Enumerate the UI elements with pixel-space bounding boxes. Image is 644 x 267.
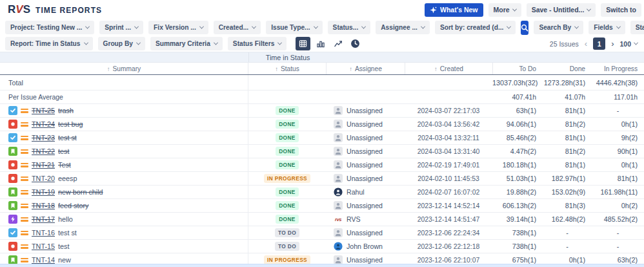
status-cell: DONE	[248, 133, 326, 142]
line-chart-view-button[interactable]	[330, 37, 345, 50]
assignee-cell: Unassigned	[326, 228, 405, 237]
created-cell: 2023-12-06 22:10:07	[405, 257, 492, 264]
sort-asc-icon: ↑	[275, 65, 278, 72]
bar-chart-view-button[interactable]	[313, 37, 328, 50]
save-button[interactable]: Save - Untitled...	[527, 3, 596, 17]
status-badge: DONE	[276, 133, 299, 142]
more-button[interactable]: More	[488, 3, 521, 17]
issue-key-link[interactable]: TNT-19	[32, 188, 55, 196]
issue-key-link[interactable]: TNT-21	[32, 161, 55, 169]
search-by-button[interactable]: Search By	[534, 21, 583, 34]
table-view-button[interactable]	[296, 37, 310, 50]
group-by-select[interactable]: Group By	[98, 37, 145, 50]
issue-key-link[interactable]: TNT-25	[32, 107, 55, 114]
summary-cell: TNT-22 test	[0, 145, 248, 158]
chevron-down-icon	[134, 25, 139, 29]
summary-criteria-select[interactable]: Summary Criteria	[150, 37, 223, 50]
issue-key-link[interactable]: TNT-22	[32, 147, 55, 155]
issue-key-link[interactable]: TNT-16	[32, 229, 55, 237]
table-row: TNT-22 test DONE Unassigned 2024-03-04 1…	[0, 145, 644, 158]
fields-button[interactable]: Fields	[589, 21, 625, 34]
created-cell: 2024-03-04 13:32:11	[405, 134, 492, 142]
sprint-filter[interactable]: Sprint ...	[99, 21, 143, 34]
time-view-button[interactable]	[348, 37, 363, 50]
assignee-cell: Unassigned	[326, 160, 405, 169]
report-title: Time in Status	[248, 52, 327, 62]
next-page-button[interactable]: ›	[610, 39, 615, 48]
issue-key-link[interactable]: TNT-24	[32, 120, 55, 128]
issue-summary: eeesp	[58, 175, 77, 182]
total-todo: 13037.03h(32)	[492, 79, 543, 87]
column-header-summary[interactable]: ↑Summary	[0, 63, 248, 74]
status-cell: DONE	[248, 106, 326, 114]
done-cell: 81h(1)	[543, 134, 592, 142]
prev-page-button[interactable]: ‹	[583, 39, 589, 48]
assignee-filter[interactable]: Assignee ...	[376, 21, 430, 34]
report-select[interactable]: Report: Time in Status	[5, 37, 93, 50]
status-cell: DONE	[248, 187, 326, 196]
assignee-cell: Unassigned	[326, 133, 405, 142]
current-page-button[interactable]: 1	[593, 37, 605, 50]
todo-cell: 606.13h(2)	[492, 202, 543, 209]
fix-version-filter[interactable]: Fix Version ...	[148, 21, 208, 34]
assignee-name: Unassigned	[347, 161, 383, 169]
status-badge: DONE	[276, 160, 299, 169]
status-cell: DONE	[248, 160, 326, 169]
created-cell: 2023-12-14 14:51:47	[405, 216, 492, 223]
created-cell: 2024-03-04 13:31:40	[405, 148, 492, 155]
assignee-name: Unassigned	[347, 134, 383, 142]
summary-cell: TNT-16 test st	[0, 226, 248, 239]
issue-key-link[interactable]: TNT-15	[32, 242, 55, 250]
priority-medium-icon	[21, 231, 28, 235]
search-button[interactable]	[521, 21, 528, 35]
page-size-select[interactable]: 100	[619, 40, 638, 48]
issue-key-link[interactable]: TNT-20	[32, 175, 55, 182]
column-header-created[interactable]: ↑Created	[405, 63, 492, 74]
issue-key-link[interactable]: TNT-18	[32, 202, 55, 209]
issue-summary: new born child	[58, 188, 103, 196]
todo-cell: 85.46h(2)	[492, 134, 543, 142]
task-icon	[8, 133, 17, 142]
report-bar: Report: Time in Status Group By Summary …	[0, 36, 644, 52]
assignee-avatar: rvs	[334, 215, 343, 224]
table-row: TNT-19 new born child DONE Rahul 2024-02…	[0, 186, 644, 199]
status-filters-select[interactable]: Status Filters	[228, 37, 287, 50]
todo-cell: 94.06h(1)	[492, 120, 543, 128]
created-filter[interactable]: Created...	[214, 21, 261, 34]
epic-icon	[8, 215, 17, 224]
bug-icon	[8, 160, 17, 169]
average-todo: 407.41h	[492, 94, 543, 101]
assignee-cell: Unassigned	[326, 255, 405, 264]
priority-medium-icon	[21, 122, 28, 127]
assignee-avatar	[334, 133, 343, 142]
statuses-button[interactable]: Statuses	[630, 21, 644, 34]
sparkle-icon	[430, 6, 437, 14]
inprogress-cell: 63h(2)	[592, 256, 644, 264]
line-chart-icon	[334, 39, 343, 48]
sort-by-filter[interactable]: Sort by: created (d...	[435, 21, 516, 34]
column-header-assignee[interactable]: ↑Assignee	[326, 63, 405, 74]
done-cell: 0h(1)	[543, 256, 592, 264]
status-filter[interactable]: Status...	[328, 21, 371, 34]
issue-key-link[interactable]: TNT-23	[32, 134, 55, 142]
priority-medium-icon	[21, 163, 28, 167]
table-row: TNT-23 test st DONE Unassigned 2024-03-0…	[0, 131, 644, 145]
switch-to-button[interactable]: Switch to	[601, 3, 641, 17]
whats-new-button[interactable]: What's New	[425, 3, 483, 17]
priority-medium-icon	[21, 258, 28, 262]
issue-key-link[interactable]: TNT-17	[32, 215, 55, 223]
project-filter[interactable]: Project: Testing New ...	[5, 21, 94, 34]
assignee-avatar	[334, 228, 343, 237]
todo-cell: 180.18h(1)	[492, 161, 543, 169]
chevron-left-icon: ‹	[585, 39, 587, 48]
column-header-status[interactable]: ↑Status	[248, 63, 326, 74]
issue-key-link[interactable]: TNT-14	[32, 256, 55, 264]
summary-cell: TNT-20 eeesp	[0, 172, 248, 185]
issue-type-filter[interactable]: Issue Type...	[266, 21, 322, 34]
assignee-name: Unassigned	[347, 107, 383, 114]
todo-cell: 4.47h(2)	[492, 147, 543, 155]
issue-summary: test st	[58, 134, 77, 142]
assignee-avatar	[334, 174, 343, 183]
table-row: TNT-20 eeesp IN PROGRESS Unassigned 2024…	[0, 172, 644, 186]
task-icon	[8, 106, 17, 115]
